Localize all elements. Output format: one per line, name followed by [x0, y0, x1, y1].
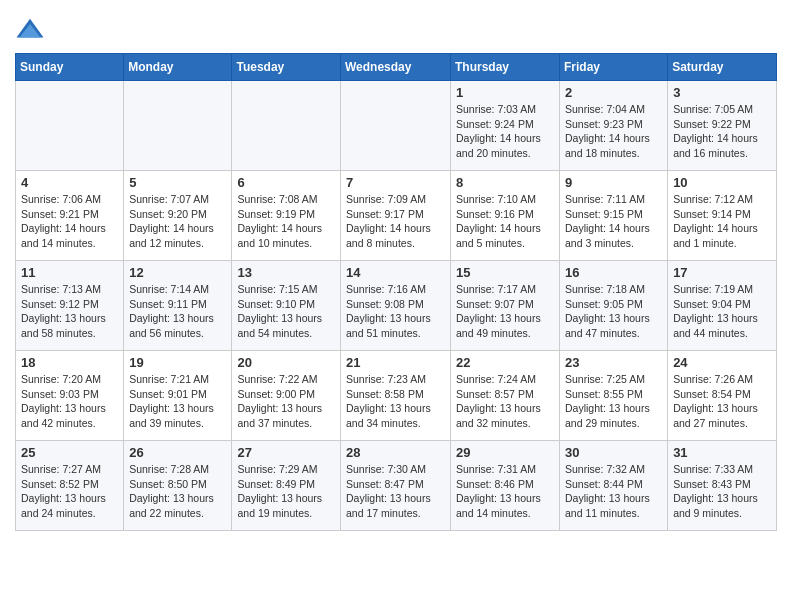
header-row: SundayMondayTuesdayWednesdayThursdayFrid… — [16, 54, 777, 81]
calendar-day-31: 31Sunrise: 7:33 AM Sunset: 8:43 PM Dayli… — [668, 441, 777, 531]
empty-day — [16, 81, 124, 171]
header-day-monday: Monday — [124, 54, 232, 81]
header-day-thursday: Thursday — [451, 54, 560, 81]
empty-day — [232, 81, 341, 171]
calendar-day-10: 10Sunrise: 7:12 AM Sunset: 9:14 PM Dayli… — [668, 171, 777, 261]
calendar-week-1: 1Sunrise: 7:03 AM Sunset: 9:24 PM Daylig… — [16, 81, 777, 171]
day-info: Sunrise: 7:21 AM Sunset: 9:01 PM Dayligh… — [129, 372, 226, 431]
day-number: 25 — [21, 445, 118, 460]
calendar-header: SundayMondayTuesdayWednesdayThursdayFrid… — [16, 54, 777, 81]
day-info: Sunrise: 7:28 AM Sunset: 8:50 PM Dayligh… — [129, 462, 226, 521]
calendar-day-27: 27Sunrise: 7:29 AM Sunset: 8:49 PM Dayli… — [232, 441, 341, 531]
day-info: Sunrise: 7:15 AM Sunset: 9:10 PM Dayligh… — [237, 282, 335, 341]
calendar-day-13: 13Sunrise: 7:15 AM Sunset: 9:10 PM Dayli… — [232, 261, 341, 351]
day-number: 20 — [237, 355, 335, 370]
page-header — [15, 10, 777, 45]
day-info: Sunrise: 7:19 AM Sunset: 9:04 PM Dayligh… — [673, 282, 771, 341]
calendar-day-16: 16Sunrise: 7:18 AM Sunset: 9:05 PM Dayli… — [560, 261, 668, 351]
calendar-day-11: 11Sunrise: 7:13 AM Sunset: 9:12 PM Dayli… — [16, 261, 124, 351]
day-info: Sunrise: 7:18 AM Sunset: 9:05 PM Dayligh… — [565, 282, 662, 341]
calendar-day-9: 9Sunrise: 7:11 AM Sunset: 9:15 PM Daylig… — [560, 171, 668, 261]
day-info: Sunrise: 7:33 AM Sunset: 8:43 PM Dayligh… — [673, 462, 771, 521]
calendar-day-2: 2Sunrise: 7:04 AM Sunset: 9:23 PM Daylig… — [560, 81, 668, 171]
calendar-day-6: 6Sunrise: 7:08 AM Sunset: 9:19 PM Daylig… — [232, 171, 341, 261]
day-info: Sunrise: 7:25 AM Sunset: 8:55 PM Dayligh… — [565, 372, 662, 431]
empty-day — [341, 81, 451, 171]
day-info: Sunrise: 7:27 AM Sunset: 8:52 PM Dayligh… — [21, 462, 118, 521]
day-info: Sunrise: 7:30 AM Sunset: 8:47 PM Dayligh… — [346, 462, 445, 521]
day-info: Sunrise: 7:11 AM Sunset: 9:15 PM Dayligh… — [565, 192, 662, 251]
header-day-wednesday: Wednesday — [341, 54, 451, 81]
day-number: 19 — [129, 355, 226, 370]
day-info: Sunrise: 7:23 AM Sunset: 8:58 PM Dayligh… — [346, 372, 445, 431]
day-info: Sunrise: 7:16 AM Sunset: 9:08 PM Dayligh… — [346, 282, 445, 341]
calendar-day-21: 21Sunrise: 7:23 AM Sunset: 8:58 PM Dayli… — [341, 351, 451, 441]
day-info: Sunrise: 7:32 AM Sunset: 8:44 PM Dayligh… — [565, 462, 662, 521]
calendar-day-17: 17Sunrise: 7:19 AM Sunset: 9:04 PM Dayli… — [668, 261, 777, 351]
calendar-day-23: 23Sunrise: 7:25 AM Sunset: 8:55 PM Dayli… — [560, 351, 668, 441]
day-number: 8 — [456, 175, 554, 190]
day-number: 11 — [21, 265, 118, 280]
calendar-day-8: 8Sunrise: 7:10 AM Sunset: 9:16 PM Daylig… — [451, 171, 560, 261]
day-number: 18 — [21, 355, 118, 370]
calendar-day-7: 7Sunrise: 7:09 AM Sunset: 9:17 PM Daylig… — [341, 171, 451, 261]
calendar-day-3: 3Sunrise: 7:05 AM Sunset: 9:22 PM Daylig… — [668, 81, 777, 171]
calendar-day-12: 12Sunrise: 7:14 AM Sunset: 9:11 PM Dayli… — [124, 261, 232, 351]
day-info: Sunrise: 7:24 AM Sunset: 8:57 PM Dayligh… — [456, 372, 554, 431]
day-number: 23 — [565, 355, 662, 370]
header-day-tuesday: Tuesday — [232, 54, 341, 81]
day-number: 10 — [673, 175, 771, 190]
calendar-day-5: 5Sunrise: 7:07 AM Sunset: 9:20 PM Daylig… — [124, 171, 232, 261]
calendar-day-22: 22Sunrise: 7:24 AM Sunset: 8:57 PM Dayli… — [451, 351, 560, 441]
calendar-day-4: 4Sunrise: 7:06 AM Sunset: 9:21 PM Daylig… — [16, 171, 124, 261]
day-info: Sunrise: 7:05 AM Sunset: 9:22 PM Dayligh… — [673, 102, 771, 161]
day-number: 28 — [346, 445, 445, 460]
day-number: 15 — [456, 265, 554, 280]
day-info: Sunrise: 7:06 AM Sunset: 9:21 PM Dayligh… — [21, 192, 118, 251]
day-number: 17 — [673, 265, 771, 280]
day-number: 21 — [346, 355, 445, 370]
logo — [15, 15, 49, 45]
header-day-sunday: Sunday — [16, 54, 124, 81]
day-number: 24 — [673, 355, 771, 370]
day-info: Sunrise: 7:08 AM Sunset: 9:19 PM Dayligh… — [237, 192, 335, 251]
calendar-day-19: 19Sunrise: 7:21 AM Sunset: 9:01 PM Dayli… — [124, 351, 232, 441]
calendar-day-15: 15Sunrise: 7:17 AM Sunset: 9:07 PM Dayli… — [451, 261, 560, 351]
day-info: Sunrise: 7:20 AM Sunset: 9:03 PM Dayligh… — [21, 372, 118, 431]
day-info: Sunrise: 7:10 AM Sunset: 9:16 PM Dayligh… — [456, 192, 554, 251]
day-info: Sunrise: 7:22 AM Sunset: 9:00 PM Dayligh… — [237, 372, 335, 431]
calendar-week-3: 11Sunrise: 7:13 AM Sunset: 9:12 PM Dayli… — [16, 261, 777, 351]
day-info: Sunrise: 7:07 AM Sunset: 9:20 PM Dayligh… — [129, 192, 226, 251]
day-info: Sunrise: 7:26 AM Sunset: 8:54 PM Dayligh… — [673, 372, 771, 431]
header-day-friday: Friday — [560, 54, 668, 81]
day-number: 9 — [565, 175, 662, 190]
day-number: 30 — [565, 445, 662, 460]
day-number: 12 — [129, 265, 226, 280]
day-number: 2 — [565, 85, 662, 100]
calendar-day-28: 28Sunrise: 7:30 AM Sunset: 8:47 PM Dayli… — [341, 441, 451, 531]
empty-day — [124, 81, 232, 171]
calendar-day-1: 1Sunrise: 7:03 AM Sunset: 9:24 PM Daylig… — [451, 81, 560, 171]
calendar-day-18: 18Sunrise: 7:20 AM Sunset: 9:03 PM Dayli… — [16, 351, 124, 441]
calendar-day-24: 24Sunrise: 7:26 AM Sunset: 8:54 PM Dayli… — [668, 351, 777, 441]
day-info: Sunrise: 7:31 AM Sunset: 8:46 PM Dayligh… — [456, 462, 554, 521]
day-info: Sunrise: 7:14 AM Sunset: 9:11 PM Dayligh… — [129, 282, 226, 341]
day-number: 22 — [456, 355, 554, 370]
day-number: 27 — [237, 445, 335, 460]
day-number: 31 — [673, 445, 771, 460]
day-number: 13 — [237, 265, 335, 280]
calendar-day-29: 29Sunrise: 7:31 AM Sunset: 8:46 PM Dayli… — [451, 441, 560, 531]
day-number: 29 — [456, 445, 554, 460]
day-info: Sunrise: 7:29 AM Sunset: 8:49 PM Dayligh… — [237, 462, 335, 521]
day-info: Sunrise: 7:09 AM Sunset: 9:17 PM Dayligh… — [346, 192, 445, 251]
day-number: 5 — [129, 175, 226, 190]
day-number: 26 — [129, 445, 226, 460]
day-number: 14 — [346, 265, 445, 280]
day-number: 6 — [237, 175, 335, 190]
day-number: 4 — [21, 175, 118, 190]
calendar-day-30: 30Sunrise: 7:32 AM Sunset: 8:44 PM Dayli… — [560, 441, 668, 531]
calendar-body: 1Sunrise: 7:03 AM Sunset: 9:24 PM Daylig… — [16, 81, 777, 531]
calendar-day-14: 14Sunrise: 7:16 AM Sunset: 9:08 PM Dayli… — [341, 261, 451, 351]
calendar-day-26: 26Sunrise: 7:28 AM Sunset: 8:50 PM Dayli… — [124, 441, 232, 531]
day-number: 7 — [346, 175, 445, 190]
